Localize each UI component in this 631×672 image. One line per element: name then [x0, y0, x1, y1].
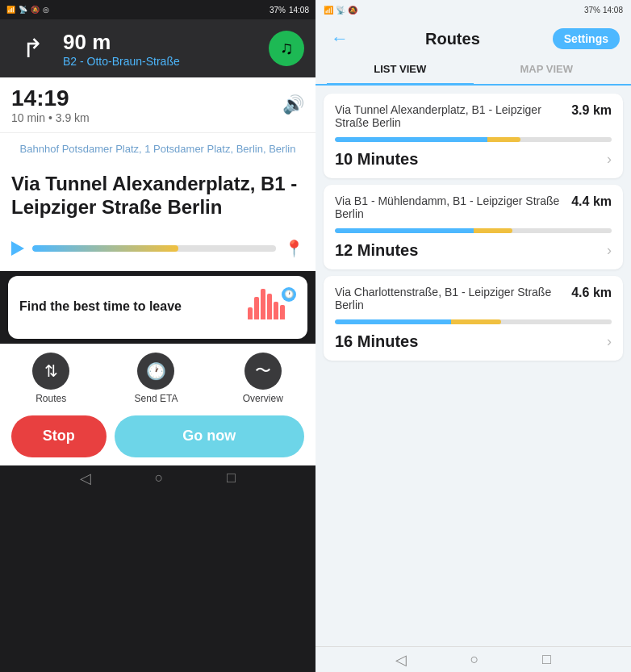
bar-2 — [254, 297, 259, 319]
route-2-yellow-bar — [474, 228, 512, 233]
mute-icon: 🔕 — [31, 6, 40, 14]
time-text: 14:08 — [289, 6, 309, 15]
route-2-name: Via B1 - Mühlendamm, B1 - Leipziger Stra… — [335, 194, 571, 220]
location-icon: ◎ — [43, 6, 49, 14]
route-3-progress — [335, 319, 612, 324]
bar-1 — [248, 307, 253, 319]
route-2-time: 12 Minutes — [335, 241, 418, 260]
left-status-right: 37% 14:08 — [270, 6, 309, 15]
back-arrow-icon: ← — [331, 28, 349, 49]
route-3-name: Via Charlottenstraße, B1 - Leipziger Str… — [335, 286, 571, 311]
progress-section: 📍 — [0, 231, 316, 271]
back-button[interactable]: ← — [327, 26, 353, 52]
send-eta-button[interactable]: 🕐 Send ETA — [135, 353, 178, 404]
right-battery-text: 37% — [584, 6, 600, 15]
right-time-text: 14:08 — [603, 6, 623, 15]
routes-list: Via Tunnel Alexanderplatz, B1 - Leipzige… — [316, 86, 631, 646]
find-time-text: Find the best time to leave — [19, 298, 182, 315]
routes-title: Routes — [425, 30, 480, 48]
bar-5 — [274, 302, 278, 319]
routes-label: Routes — [36, 393, 66, 404]
route-1-progress — [335, 137, 612, 142]
overview-label: Overview — [243, 393, 283, 404]
route-1-name: Via Tunnel Alexanderplatz, B1 - Leipzige… — [335, 103, 571, 129]
action-bar: Stop Go now — [0, 409, 316, 465]
stop-button[interactable]: Stop — [11, 415, 107, 457]
right-recents-nav-icon[interactable]: □ — [542, 651, 551, 668]
route-card-2[interactable]: Via B1 - Mühlendamm, B1 - Leipziger Stra… — [324, 185, 623, 269]
back-nav-icon[interactable]: ◁ — [80, 470, 91, 487]
nav-header: ↰ 90 m B2 - Otto-Braun-Straße ♫ — [0, 19, 316, 77]
nav-info: 90 m B2 - Otto-Braun-Straße — [63, 30, 259, 68]
route-1-blue-bar — [335, 137, 487, 142]
right-signal-icon: 📶 — [324, 6, 333, 15]
home-nav-icon[interactable]: ○ — [155, 470, 164, 486]
right-status-right: 37% 14:08 — [584, 6, 623, 15]
right-home-nav-icon[interactable]: ○ — [470, 651, 479, 668]
spotify-button[interactable]: ♫ — [269, 31, 304, 66]
route-name: Via Tunnel Alexanderplatz, B1 - Leipzige… — [11, 173, 304, 219]
tabs-bar: LIST VIEW MAP VIEW — [316, 55, 631, 86]
eta-details: 10 min • 3.9 km — [11, 111, 90, 124]
route-2-progress — [335, 228, 612, 233]
bar-4 — [267, 294, 272, 319]
turn-arrow-box: ↰ — [11, 27, 53, 69]
routes-icon: ⇅ — [32, 353, 69, 390]
left-nav-dots: ◁ ○ □ — [0, 465, 316, 491]
destination-text: Bahnhof Potsdamer Platz, 1 Potsdamer Pla… — [11, 143, 304, 155]
recents-nav-icon[interactable]: □ — [227, 470, 236, 486]
routes-button[interactable]: ⇅ Routes — [32, 353, 69, 404]
volume-icon[interactable]: 🔊 — [282, 94, 304, 115]
settings-button[interactable]: Settings — [553, 28, 620, 49]
right-status-bar: 📶 📡 🔕 37% 14:08 — [316, 0, 631, 19]
right-wifi-icon: 📡 — [336, 6, 345, 15]
map-pin-icon: 📍 — [284, 239, 304, 258]
route-1-yellow-bar — [487, 137, 520, 142]
route-card-1[interactable]: Via Tunnel Alexanderplatz, B1 - Leipzige… — [324, 94, 623, 178]
route-3-yellow-bar — [451, 319, 501, 324]
route-card-1-header: Via Tunnel Alexanderplatz, B1 - Leipzige… — [335, 103, 612, 129]
go-now-button[interactable]: Go now — [115, 415, 304, 457]
signal-icon: 📶 — [6, 6, 15, 14]
route-2-distance: 4.4 km — [571, 194, 612, 209]
bar-3 — [261, 289, 265, 319]
go-now-label: Go now — [182, 428, 236, 445]
route-3-footer: 16 Minutes › — [335, 332, 612, 351]
traffic-chart: 🕐 — [248, 287, 296, 328]
bottom-buttons-row: ⇅ Routes 🕐 Send ETA 〜 Overview — [0, 344, 316, 409]
overview-button[interactable]: 〜 Overview — [243, 353, 283, 404]
find-time-card[interactable]: Find the best time to leave 🕐 — [8, 276, 307, 339]
route-card-2-header: Via B1 - Mühlendamm, B1 - Leipziger Stra… — [335, 194, 612, 220]
progress-bar-fill — [32, 245, 276, 252]
left-panel: 📶 📡 🔕 ◎ 37% 14:08 ↰ 90 m B2 - Otto-Braun… — [0, 0, 316, 672]
route-2-blue-bar — [335, 228, 474, 233]
settings-label: Settings — [564, 32, 608, 45]
progress-bar — [32, 245, 276, 252]
left-status-bar: 📶 📡 🔕 ◎ 37% 14:08 — [0, 0, 316, 19]
route-card-3-header: Via Charlottenstraße, B1 - Leipziger Str… — [335, 286, 612, 311]
play-icon — [11, 241, 24, 256]
destination-box: Bahnhof Potsdamer Platz, 1 Potsdamer Pla… — [0, 132, 316, 165]
bar-6 — [280, 305, 285, 319]
tab-map-label: MAP VIEW — [520, 63, 574, 75]
route-card-3[interactable]: Via Charlottenstraße, B1 - Leipziger Str… — [324, 276, 623, 361]
route-3-chevron: › — [607, 333, 612, 350]
tab-map-view[interactable]: MAP VIEW — [474, 55, 621, 84]
stop-label: Stop — [43, 428, 75, 445]
route-1-footer: 10 Minutes › — [335, 150, 612, 169]
route-1-distance: 3.9 km — [571, 103, 612, 118]
nav-street: B2 - Otto-Braun-Straße — [63, 55, 259, 68]
tab-list-view[interactable]: LIST VIEW — [327, 55, 474, 86]
turn-arrow-icon: ↰ — [22, 33, 44, 64]
right-mute-icon: 🔕 — [348, 6, 357, 15]
right-panel: 📶 📡 🔕 37% 14:08 ← Routes Settings LIST V… — [316, 0, 631, 672]
send-eta-icon: 🕐 — [137, 353, 174, 390]
progress-filled-bar — [32, 245, 178, 252]
wifi-icon: 📡 — [19, 6, 27, 14]
left-status-icons: 📶 📡 🔕 ◎ — [6, 6, 49, 14]
route-name-box: Via Tunnel Alexanderplatz, B1 - Leipzige… — [0, 165, 316, 231]
right-status-left: 📶 📡 🔕 — [324, 6, 357, 15]
overview-icon: 〜 — [244, 353, 282, 390]
right-back-nav-icon[interactable]: ◁ — [395, 651, 407, 669]
nav-distance: 90 m — [63, 30, 259, 55]
